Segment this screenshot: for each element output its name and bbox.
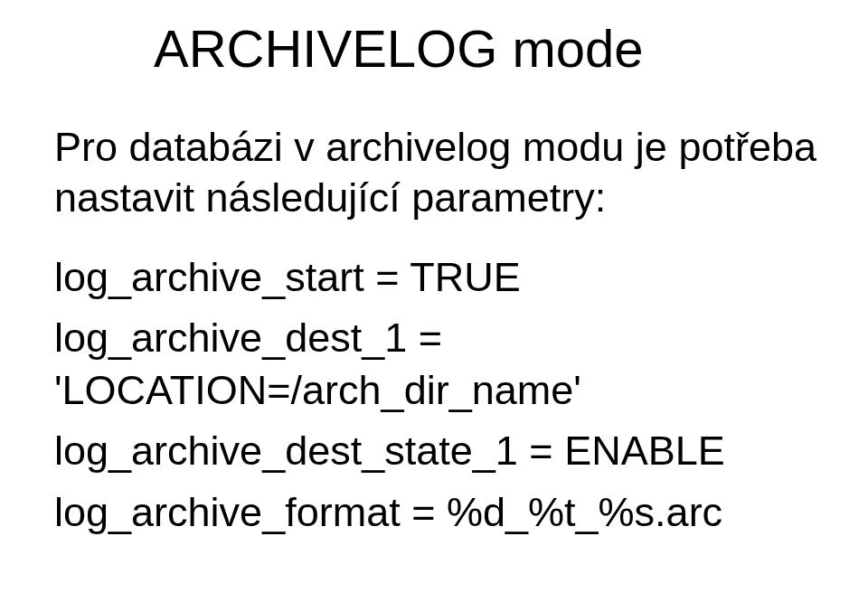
param-archive-start: log_archive_start = TRUE: [54, 251, 823, 304]
page-title: ARCHIVELOG mode: [154, 18, 823, 79]
param-archive-dest: log_archive_dest_1 = 'LOCATION=/arch_dir…: [54, 312, 823, 416]
param-archive-dest-state: log_archive_dest_state_1 = ENABLE: [54, 425, 823, 477]
intro-text: Pro databázi v archivelog modu je potřeb…: [54, 122, 823, 224]
param-archive-format: log_archive_format = %d_%t_%s.arc: [54, 486, 823, 539]
